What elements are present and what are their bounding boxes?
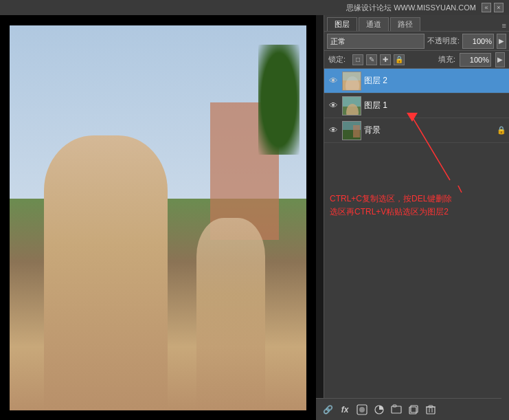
- layer-bg-name: 背景: [364, 124, 494, 136]
- lock-transparent-icon[interactable]: □: [352, 54, 363, 65]
- statue-secondary: [196, 218, 265, 410]
- svg-rect-2: [343, 72, 361, 80]
- layer-controls-row: 正常 溶解 正片叠底 滤色 不透明度: ▶: [324, 32, 509, 51]
- layer-item-1[interactable]: 👁 图层 1: [324, 93, 509, 118]
- opacity-label: 不透明度:: [427, 36, 460, 46]
- opacity-arrow[interactable]: ▶: [497, 34, 506, 49]
- collapse-button[interactable]: «: [482, 3, 491, 12]
- group-layers-button[interactable]: [389, 402, 404, 417]
- opacity-input[interactable]: [462, 34, 494, 49]
- panel-tabs-bar: 图层 通道 路径 ≡: [324, 15, 509, 32]
- tab-paths[interactable]: 路径: [390, 17, 420, 31]
- photo-area: [0, 15, 316, 420]
- layers-list[interactable]: 👁 图层 2 👁 图层 1: [324, 69, 509, 179]
- adjustment-button[interactable]: [372, 402, 387, 417]
- layer-bg-lock-icon: 🔒: [497, 126, 506, 135]
- panel-bottom-toolbar: 🔗 fx: [316, 398, 501, 420]
- tree-element: [258, 45, 299, 155]
- layer-item-2[interactable]: 👁 图层 2: [324, 69, 509, 93]
- layer-item-bg[interactable]: 👁 背景 🔒: [324, 118, 509, 143]
- panel-menu-icon[interactable]: ≡: [502, 21, 506, 31]
- layer-2-thumbnail: [342, 71, 361, 91]
- delete-layer-button[interactable]: [423, 402, 438, 417]
- layer-bg-visibility-icon[interactable]: 👁: [327, 124, 339, 137]
- window-controls: « ×: [482, 3, 504, 12]
- new-layer-button[interactable]: [406, 402, 421, 417]
- fill-input[interactable]: [460, 53, 491, 67]
- svg-line-9: [431, 186, 462, 192]
- layer-2-name: 图层 2: [364, 75, 506, 87]
- canvas-image: [10, 25, 306, 410]
- layer-1-thumbnail: [342, 96, 361, 115]
- lock-row: 锁定: □ ✎ ✚ 🔒 填充: ▶: [324, 51, 509, 69]
- fill-arrow[interactable]: ▶: [495, 52, 505, 67]
- statue-main: [44, 135, 168, 410]
- layer-2-visibility-icon[interactable]: 👁: [327, 75, 339, 87]
- svg-rect-8: [353, 125, 360, 137]
- lock-move-icon[interactable]: ✚: [380, 54, 391, 65]
- bottom-tools-group: 🔗 fx: [320, 402, 438, 417]
- lock-label: 锁定:: [328, 54, 346, 65]
- layer-bg-thumbnail: [342, 121, 361, 140]
- annotation-area: CTRL+C复制选区，按DEL键删除选区再CTRL+V粘贴选区为图层2: [324, 179, 509, 268]
- annotation-arrow-svg: [324, 186, 509, 268]
- lock-paint-icon[interactable]: ✎: [366, 54, 377, 65]
- site-text: 思缘设计论坛 WWW.MISSYUAN.COM: [346, 3, 476, 13]
- svg-point-11: [359, 407, 365, 412]
- link-layers-button[interactable]: 🔗: [320, 402, 335, 417]
- tab-layers[interactable]: 图层: [327, 17, 357, 31]
- close-button[interactable]: ×: [494, 3, 504, 12]
- top-bar: 思缘设计论坛 WWW.MISSYUAN.COM « ×: [0, 0, 509, 15]
- svg-rect-13: [392, 406, 401, 413]
- layer-1-name: 图层 1: [364, 100, 506, 111]
- lock-all-icon[interactable]: 🔒: [394, 54, 405, 65]
- fill-label: 填充:: [438, 54, 455, 65]
- add-mask-button[interactable]: [354, 402, 370, 417]
- blend-mode-select[interactable]: 正常 溶解 正片叠底 滤色: [327, 34, 425, 49]
- layers-panel: 图层 通道 路径 ≡ 正常 溶解 正片叠底 滤色 不透明度: ▶ 锁定: □ ✎…: [324, 15, 509, 420]
- fx-button[interactable]: fx: [337, 402, 352, 417]
- layer-1-visibility-icon[interactable]: 👁: [327, 100, 339, 112]
- tab-channels[interactable]: 通道: [359, 17, 389, 31]
- annotation-text: CTRL+C复制选区，按DEL键删除选区再CTRL+V粘贴选区为图层2: [330, 192, 452, 219]
- lock-icons-group: □ ✎ ✚ 🔒: [352, 54, 405, 65]
